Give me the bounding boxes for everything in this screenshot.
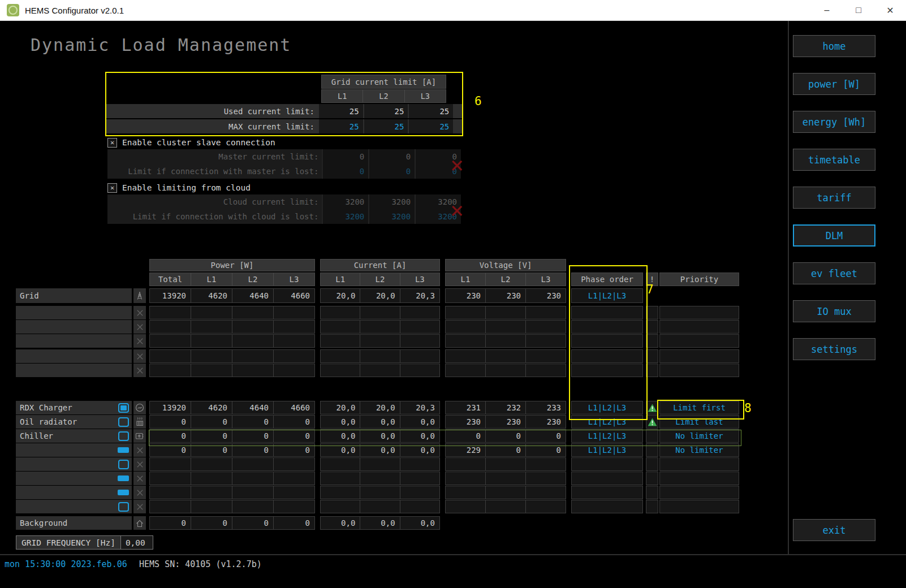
cloud-enable-checkbox[interactable]: ✕: [107, 183, 117, 193]
row-label-cell[interactable]: [16, 443, 132, 457]
priority-cell[interactable]: [660, 458, 739, 470]
exit-button[interactable]: exit: [793, 519, 875, 541]
x-icon[interactable]: [133, 500, 146, 513]
radiator-icon[interactable]: [133, 415, 146, 429]
x-icon[interactable]: [133, 320, 146, 334]
power-cell: 0: [273, 430, 314, 442]
device-row: [16, 457, 748, 471]
max-current-limit-l3[interactable]: 25: [408, 119, 453, 133]
power-cell: [150, 306, 191, 319]
priority-cell[interactable]: No limiter: [660, 444, 739, 456]
x-icon[interactable]: [133, 443, 146, 457]
row-label-cell[interactable]: RDX Charger: [16, 401, 132, 414]
sidebar-button-ev-fleet[interactable]: ev fleet: [793, 262, 875, 284]
sidebar-button-dlm[interactable]: DLM: [793, 224, 875, 247]
phase-order-cell[interactable]: [572, 486, 642, 499]
max-current-limit-l1[interactable]: 25: [318, 119, 363, 133]
device-enable-checkbox[interactable]: [118, 475, 129, 481]
grid-row: Grid1392046204640466020,020,020,32302302…: [16, 288, 748, 303]
table-group-header-row: Power [W]Current [A]Voltage [V]: [16, 259, 748, 271]
priority-cell[interactable]: No limiter: [660, 430, 739, 442]
phase-order-cell[interactable]: [572, 458, 642, 470]
priority-cell[interactable]: [660, 500, 739, 513]
sidebar-button-settings[interactable]: settings: [793, 338, 875, 360]
chiller-icon[interactable]: [133, 429, 146, 443]
row-label-cell[interactable]: [16, 472, 132, 485]
annotation-8: 8: [744, 401, 752, 415]
max-current-limit-l2[interactable]: 25: [363, 119, 408, 133]
phase-order-cell: [572, 306, 642, 319]
priority-group: [659, 486, 739, 499]
app-logo-icon: [7, 4, 19, 16]
voltage-cell: [446, 350, 485, 362]
close-button[interactable]: ✕: [874, 0, 906, 20]
g-voltage-group: [445, 364, 566, 377]
device-enable-checkbox[interactable]: [118, 417, 129, 427]
priority-cell[interactable]: [660, 472, 739, 485]
g-current-group: [320, 457, 440, 471]
row-label-cell[interactable]: [16, 486, 132, 499]
sidebar-button-power-w[interactable]: power [W]: [793, 73, 875, 95]
device-enable-checkbox[interactable]: [118, 502, 129, 512]
row-label-cell[interactable]: Grid: [16, 288, 132, 303]
x-icon[interactable]: [133, 457, 146, 471]
sidebar-button-energy-wh[interactable]: energy [Wh]: [793, 111, 875, 133]
x-icon[interactable]: [133, 472, 146, 485]
x-icon[interactable]: [133, 486, 146, 499]
minimize-button[interactable]: –: [811, 0, 843, 20]
priority-cell[interactable]: [660, 486, 739, 499]
phase-order-cell[interactable]: [572, 500, 642, 513]
current-cell: [321, 321, 360, 333]
empty-slot-row: [16, 306, 748, 319]
g-voltage-group: [445, 320, 566, 334]
g-power-group: [149, 334, 315, 348]
priority-cell[interactable]: Limit first: [660, 401, 739, 414]
current-cell: [321, 500, 360, 513]
cloud-limit-l1: 3200: [322, 194, 368, 209]
phase-order-group: [571, 472, 643, 485]
cluster-enable-checkbox[interactable]: ✕: [107, 138, 117, 148]
sidebar-button-tariff[interactable]: tariff: [793, 187, 875, 209]
phase-order-cell[interactable]: L1|L2|L3: [572, 401, 642, 414]
subheader-group: L1L2L3: [445, 273, 566, 286]
row-label-cell[interactable]: [16, 500, 132, 513]
sidebar-button-io-mux[interactable]: IO mux: [793, 300, 875, 322]
phase-order-cell[interactable]: L1|L2|L3: [572, 430, 642, 442]
row-label-cell[interactable]: Oil radiator: [16, 415, 132, 429]
power-cell: 0: [191, 416, 232, 428]
row-label-cell[interactable]: [16, 457, 132, 471]
sidebar-button-home[interactable]: home: [793, 35, 875, 57]
g-voltage-group: 000: [445, 429, 566, 443]
voltage-cell: [485, 364, 525, 377]
sidebar-button-timetable[interactable]: timetable: [793, 149, 875, 171]
x-icon[interactable]: [133, 364, 146, 377]
priority-group: No limiter: [659, 429, 739, 443]
phase-order-cell[interactable]: L1|L2|L3: [572, 444, 642, 456]
voltage-cell: 231: [446, 401, 485, 414]
x-icon[interactable]: [133, 306, 146, 319]
alert-group: [646, 334, 658, 348]
row-label-cell[interactable]: Chiller: [16, 429, 132, 443]
current-cell: [400, 335, 439, 347]
power-cell: [191, 364, 232, 377]
x-icon[interactable]: [133, 349, 146, 363]
x-icon[interactable]: [133, 334, 146, 348]
column-header: L1: [446, 273, 485, 286]
phase-order-cell[interactable]: [572, 472, 642, 485]
device-enable-checkbox[interactable]: [118, 431, 129, 441]
device-enable-checkbox[interactable]: [118, 447, 129, 453]
current-cell: 0,0: [400, 416, 439, 428]
ev-charger-icon[interactable]: [133, 401, 146, 414]
phase-order-group: L1|L2|L3: [571, 401, 643, 414]
device-enable-checkbox[interactable]: [118, 460, 129, 469]
row-filler: [453, 104, 462, 118]
device-enable-checkbox[interactable]: [118, 403, 129, 413]
master-lost-l2: 0: [368, 164, 415, 179]
maximize-button[interactable]: □: [843, 0, 874, 20]
alert-cell: [646, 335, 658, 347]
phase-order-cell[interactable]: L1|L2|L3: [572, 289, 642, 302]
device-enable-checkbox[interactable]: [118, 490, 129, 495]
priority-cell[interactable]: Limit last: [660, 416, 739, 428]
phase-order-cell[interactable]: L1|L2|L3: [572, 416, 642, 428]
g-current-group: 0,00,00,0: [320, 516, 440, 530]
